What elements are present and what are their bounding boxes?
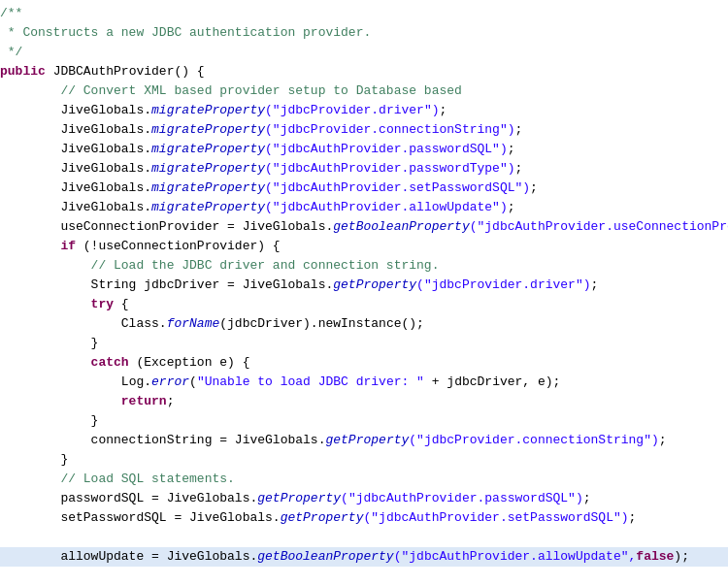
plain-token: {: [114, 297, 129, 311]
keyword-token: try: [0, 297, 114, 311]
string-token: "Unable to load JDBC driver: ": [197, 374, 424, 389]
code-line: String jdbcDriver = JiveGlobals.getPrope…: [0, 276, 728, 295]
line-content: // Load the JDBC driver and connection s…: [0, 256, 720, 276]
keyword-token: catch: [0, 355, 129, 370]
line-content: JiveGlobals.migrateProperty("jdbcAuthPro…: [0, 179, 720, 198]
plain-token: );: [674, 549, 689, 564]
line-content: JiveGlobals.migrateProperty("jdbcProvide…: [0, 120, 720, 140]
line-content: JiveGlobals.migrateProperty("jdbcAuthPro…: [0, 159, 720, 179]
method-token: error: [151, 374, 189, 389]
code-line: Class.forName(jdbcDriver).newInstance();: [0, 314, 728, 334]
line-content: useConnectionProvider = JiveGlobals.getB…: [0, 217, 728, 237]
code-line: try {: [0, 295, 728, 314]
code-line: passwordSQL = JiveGlobals.getProperty("j…: [0, 489, 728, 508]
comment-token: // Load SQL statements.: [0, 472, 235, 486]
line-content: }: [0, 334, 720, 353]
plain-token: }: [0, 413, 98, 428]
code-line: JiveGlobals.migrateProperty("jdbcAuthPro…: [0, 159, 728, 179]
code-line: connectionString = JiveGlobals.getProper…: [0, 431, 728, 450]
plain-token: ;: [515, 122, 523, 137]
code-line: * Constructs a new JDBC authentication p…: [0, 23, 728, 43]
line-content: passwordSQL = JiveGlobals.getProperty("j…: [0, 489, 720, 508]
code-line: catch (Exception e) {: [0, 353, 728, 373]
plain-token: ;: [530, 180, 538, 195]
code-line: Log.error("Unable to load JDBC driver: "…: [0, 373, 728, 392]
method-token: forName: [167, 316, 220, 331]
comment-token: /**: [0, 6, 22, 20]
code-line: }: [0, 450, 728, 470]
plain-token: JDBCAuthProvider() {: [53, 64, 205, 79]
code-line: [0, 567, 728, 586]
plain-token: ;: [515, 161, 523, 176]
code-line: JiveGlobals.migrateProperty("jdbcAuthPro…: [0, 198, 728, 217]
keyword-token: return: [0, 394, 167, 408]
code-line: // Convert XML based provider setup to D…: [0, 81, 728, 101]
plain-token: }: [0, 452, 68, 467]
string-token: ("jdbcAuthProvider.allowUpdate",: [394, 549, 637, 564]
line-content: // Convert XML based provider setup to D…: [0, 81, 720, 101]
plain-token: JiveGlobals.: [0, 161, 151, 176]
method-token: getBooleanProperty: [333, 219, 469, 234]
line-content: }: [0, 411, 720, 431]
method-token: migrateProperty: [151, 142, 265, 156]
plain-token: JiveGlobals.: [0, 122, 151, 137]
string-token: ("jdbcAuthProvider.allowUpdate"): [265, 200, 508, 214]
string-token: ("jdbcAuthProvider.passwordSQL"): [265, 142, 508, 156]
plain-token: (!useConnectionProvider) {: [76, 239, 281, 253]
plain-token: allowUpdate = JiveGlobals.: [0, 549, 257, 564]
plain-token: ;: [629, 510, 637, 525]
string-token: ("jdbcProvider.connectionString"): [409, 433, 658, 447]
code-line: public JDBCAuthProvider() {: [0, 62, 728, 81]
method-token: getProperty: [257, 491, 341, 505]
plain-token: JiveGlobals.: [0, 200, 151, 214]
method-token: migrateProperty: [151, 180, 265, 195]
keyword-token: if: [0, 239, 76, 253]
plain-token: .: [144, 374, 151, 389]
comment-token: * Constructs a new JDBC authentication p…: [0, 25, 371, 40]
plain-token: JiveGlobals.: [0, 142, 151, 156]
line-content: return;: [0, 392, 720, 411]
code-line: if (!useConnectionProvider) {: [0, 237, 728, 256]
code-line: }: [0, 334, 728, 353]
code-line: JiveGlobals.migrateProperty("jdbcAuthPro…: [0, 179, 728, 198]
plain-token: connectionString = JiveGlobals.: [0, 433, 325, 447]
plain-token: (jdbcDriver).newInstance();: [219, 316, 424, 331]
method-token: migrateProperty: [151, 161, 265, 176]
line-content: */: [0, 43, 720, 62]
string-token: ("jdbcAuthProvider.setPasswordSQL"): [265, 180, 530, 195]
line-content: * Constructs a new JDBC authentication p…: [0, 23, 720, 43]
plain-token: ;: [508, 200, 515, 214]
plain-token: [46, 64, 53, 79]
line-content: /**: [0, 4, 720, 23]
plain-token: setPasswordSQL = JiveGlobals.: [0, 510, 281, 525]
method-token: getProperty: [281, 510, 364, 525]
line-content: }: [0, 450, 720, 470]
code-line: allowUpdate = JiveGlobals.getBooleanProp…: [0, 547, 728, 567]
plain-token: ;: [167, 394, 175, 408]
string-token: ("jdbcAuthProvider.useConnectionProvider…: [470, 219, 728, 234]
code-line: // Load SQL statements.: [0, 470, 728, 489]
code-line: useConnectionProvider = JiveGlobals.getB…: [0, 217, 728, 237]
line-content: public JDBCAuthProvider() {: [0, 62, 720, 81]
line-content: // Load SQL statements.: [0, 470, 720, 489]
plain-token: Class.: [0, 316, 167, 331]
code-line: return;: [0, 392, 728, 411]
line-content: JiveGlobals.migrateProperty("jdbcAuthPro…: [0, 140, 720, 159]
string-token: ("jdbcAuthProvider.passwordType"): [265, 161, 514, 176]
string-token: ("jdbcAuthProvider.setPasswordSQL"): [363, 510, 628, 525]
method-token: getBooleanProperty: [257, 549, 393, 564]
line-content: connectionString = JiveGlobals.getProper…: [0, 431, 720, 450]
method-token: getProperty: [325, 433, 409, 447]
method-token: getProperty: [333, 277, 416, 292]
line-content: catch (Exception e) {: [0, 353, 720, 373]
code-editor: /** * Constructs a new JDBC authenticati…: [0, 0, 728, 586]
code-line: JiveGlobals.migrateProperty("jdbcAuthPro…: [0, 140, 728, 159]
plain-token: (Exception e) {: [129, 355, 250, 370]
code-line: /**: [0, 4, 728, 23]
plain-token: ;: [440, 103, 447, 117]
code-line: JiveGlobals.migrateProperty("jdbcProvide…: [0, 120, 728, 140]
code-line: // Load the JDBC driver and connection s…: [0, 256, 728, 276]
code-line: JiveGlobals.migrateProperty("jdbcProvide…: [0, 101, 728, 120]
plain-token: (: [189, 374, 197, 389]
line-content: Log.error("Unable to load JDBC driver: "…: [0, 373, 720, 392]
